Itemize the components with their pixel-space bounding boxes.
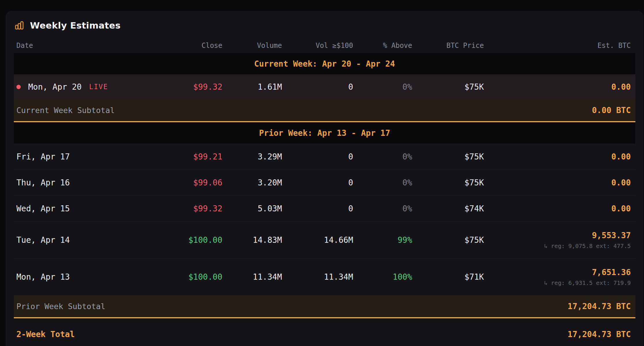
vol-above-cell: 0 <box>282 178 353 187</box>
subtotal-label: Current Week Subtotal <box>16 106 115 115</box>
column-header-est-btc: Est. BTC <box>484 42 631 50</box>
close-cell: $99.21 <box>165 152 222 161</box>
column-header-btc-price: BTC Price <box>412 42 484 50</box>
volume-cell: 3.20M <box>222 178 282 187</box>
table-row-tue-apr-14: Tue, Apr 14 $100.00 14.83M 14.66M 99% $7… <box>14 221 635 258</box>
date-cell: Mon, Apr 20 LIVE <box>16 82 165 92</box>
two-week-total-row: 2-Week Total 17,204.73 BTC <box>14 318 635 346</box>
subtotal-label: Prior Week Subtotal <box>16 302 105 311</box>
volume-cell: 1.61M <box>222 82 282 92</box>
btc-price-cell: $75K <box>412 178 484 187</box>
section-header-prior-week: Prior Week: Apr 13 - Apr 17 <box>14 122 635 144</box>
total-value: 17,204.73 BTC <box>568 330 631 339</box>
date-cell: Tue, Apr 14 <box>16 235 165 245</box>
est-btc-cell: 7,651.36 ↳ reg: 6,931.5 ext: 719.9 <box>484 268 631 286</box>
prior-week-subtotal-row: Prior Week Subtotal 17,204.73 BTC <box>14 295 635 318</box>
subtotal-value: 17,204.73 BTC <box>568 302 631 311</box>
close-cell: $99.06 <box>165 178 222 187</box>
close-cell: $100.00 <box>165 235 222 245</box>
table-header-row: Date Close Volume Vol ≥$100 % Above BTC … <box>14 38 635 53</box>
weekly-estimates-card: Weekly Estimates Date Close Volume Vol ≥… <box>6 11 643 346</box>
vol-above-cell: 0 <box>282 82 353 92</box>
date-cell: Fri, Apr 17 <box>16 152 165 161</box>
bar-chart-icon <box>14 20 24 30</box>
vol-above-cell: 0 <box>282 152 353 161</box>
date-cell: Wed, Apr 15 <box>16 204 165 213</box>
vol-above-cell: 11.34M <box>282 272 353 282</box>
est-btc-cell: 0.00 <box>484 152 631 161</box>
column-header-pct-above: % Above <box>353 42 412 50</box>
btc-price-cell: $75K <box>412 82 484 92</box>
subtotal-value: 0.00 BTC <box>592 106 631 115</box>
volume-cell: 11.34M <box>222 272 282 282</box>
column-header-date: Date <box>16 42 165 50</box>
est-btc-value: 9,553.37 <box>484 231 631 240</box>
est-btc-cell: 9,553.37 ↳ reg: 9,075.8 ext: 477.5 <box>484 231 631 249</box>
card-header: Weekly Estimates <box>14 11 635 34</box>
btc-price-cell: $75K <box>412 152 484 161</box>
pct-above-cell: 100% <box>353 272 412 282</box>
section-header-current-week: Current Week: Apr 20 - Apr 24 <box>14 53 635 74</box>
table-row-wed-apr-15: Wed, Apr 15 $99.32 5.03M 0 0% $74K 0.00 <box>14 195 635 221</box>
est-btc-breakdown: ↳ reg: 9,075.8 ext: 477.5 <box>484 242 631 249</box>
date-cell: Thu, Apr 16 <box>16 178 165 187</box>
btc-price-cell: $75K <box>412 235 484 245</box>
pct-above-cell: 0% <box>353 152 412 161</box>
table-row-thu-apr-16: Thu, Apr 16 $99.06 3.20M 0 0% $75K 0.00 <box>14 170 635 195</box>
live-badge: LIVE <box>89 83 108 91</box>
table-row-mon-apr-13: Mon, Apr 13 $100.00 11.34M 11.34M 100% $… <box>14 258 635 295</box>
est-btc-cell: 0.00 <box>484 204 631 213</box>
section-header-label: Prior Week: Apr 13 - Apr 17 <box>259 128 390 138</box>
section-header-label: Current Week: Apr 20 - Apr 24 <box>254 59 395 69</box>
page-title: Weekly Estimates <box>30 20 121 31</box>
date-cell: Mon, Apr 13 <box>16 272 165 282</box>
volume-cell: 14.83M <box>222 235 282 245</box>
close-cell: $100.00 <box>165 272 222 282</box>
est-btc-cell: 0.00 <box>484 178 631 187</box>
est-btc-value: 7,651.36 <box>484 268 631 277</box>
vol-above-cell: 0 <box>282 204 353 213</box>
volume-cell: 5.03M <box>222 204 282 213</box>
est-btc-cell: 0.00 <box>484 82 631 92</box>
pct-above-cell: 0% <box>353 204 412 213</box>
est-btc-breakdown: ↳ reg: 6,931.5 ext: 719.9 <box>484 279 631 286</box>
close-cell: $99.32 <box>165 204 222 213</box>
date-label: Mon, Apr 20 <box>28 82 82 92</box>
column-header-volume: Volume <box>222 42 282 50</box>
btc-price-cell: $71K <box>412 272 484 282</box>
current-week-subtotal-row: Current Week Subtotal 0.00 BTC <box>14 99 635 122</box>
pct-above-cell: 99% <box>353 235 412 245</box>
vol-above-cell: 14.66M <box>282 235 353 245</box>
table-row-mon-apr-20: Mon, Apr 20 LIVE $99.32 1.61M 0 0% $75K … <box>14 74 635 99</box>
pct-above-cell: 0% <box>353 178 412 187</box>
pct-above-cell: 0% <box>353 82 412 92</box>
table-row-fri-apr-17: Fri, Apr 17 $99.21 3.29M 0 0% $75K 0.00 <box>14 144 635 170</box>
btc-price-cell: $74K <box>412 204 484 213</box>
column-header-close: Close <box>165 42 222 50</box>
column-header-vol-above: Vol ≥$100 <box>282 42 353 50</box>
volume-cell: 3.29M <box>222 152 282 161</box>
close-cell: $99.32 <box>165 82 222 92</box>
live-dot-icon <box>16 85 21 89</box>
total-label: 2-Week Total <box>16 330 75 339</box>
